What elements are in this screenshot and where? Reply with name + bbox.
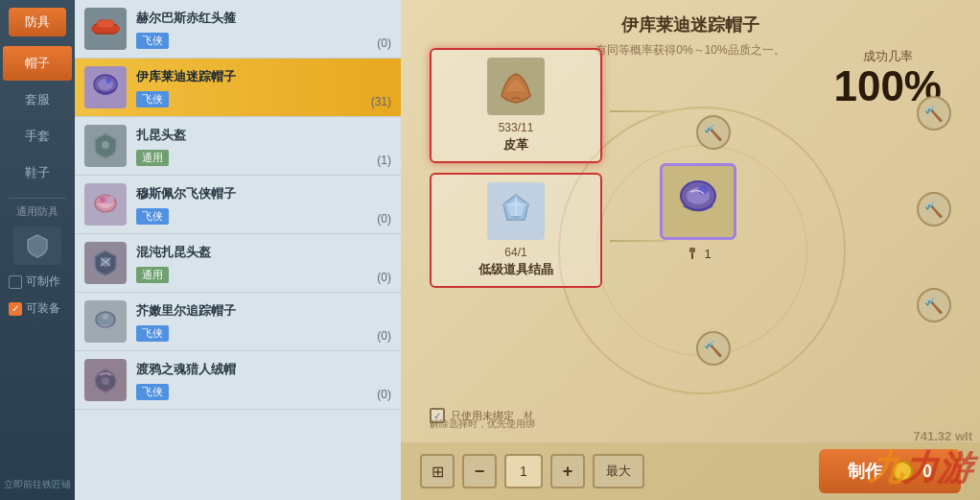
item-count: (0) (377, 329, 391, 343)
svg-rect-23 (689, 248, 695, 252)
item-info: 芥嫩里尔追踪帽子 飞侠 (136, 302, 391, 342)
item-info: 混沌扎昆头盔 通用 (136, 244, 391, 283)
item-tag: 飞侠 (136, 325, 169, 342)
ingredient-name: 皮革 (503, 136, 528, 154)
ingredient-progress: 64/1 (504, 246, 526, 259)
svg-point-9 (100, 197, 105, 202)
right-mid-hammer-button[interactable]: 🔨 (917, 192, 951, 226)
list-item[interactable]: 混沌扎昆头盔 通用 (0) (75, 234, 401, 293)
svg-point-13 (103, 314, 108, 320)
item-name: 穆斯佩尔飞侠帽子 (136, 185, 391, 202)
craftable-filter[interactable]: 可制作 (3, 270, 72, 294)
craftable-checkbox[interactable] (9, 275, 22, 289)
item-name: 渡鸦之魂猎人绒帽 (136, 361, 391, 378)
sidebar: 防具 帽子 套服 手套 鞋子 通用防具 可制作 ✓ 可装备 立即前往铁匠铺 (0, 0, 75, 500)
item-tag: 飞侠 (136, 384, 169, 400)
craft-item-title: 伊库莱迪迷踪帽子 (401, 0, 980, 36)
item-tag: 飞侠 (136, 33, 169, 49)
list-item[interactable]: 芥嫩里尔追踪帽子 飞侠 (0) (75, 293, 401, 351)
right-bottom-hammer-button[interactable]: 🔨 (917, 288, 951, 322)
item-name: 芥嫩里尔追踪帽子 (136, 302, 391, 320)
item-list-panel: 赫尔巴斯赤红头箍 飞侠 (0) 伊库莱迪迷踪帽子 飞侠 (31) (75, 0, 401, 500)
item-icon (84, 183, 127, 226)
list-item[interactable]: 伊库莱迪迷踪帽子 飞侠 (31) (75, 59, 401, 117)
craft-panel: 伊库莱迪迷踪帽子 有同等概率获得0%～10%品质之一。 成功几率 100% 53… (401, 0, 980, 500)
watermark-number: 741.32 wIt (914, 429, 972, 443)
list-item[interactable]: 穆斯佩尔飞侠帽子 飞侠 (0) (75, 176, 401, 234)
item-icon (84, 300, 127, 343)
leather-icon (487, 58, 545, 115)
item-name: 扎昆头盔 (136, 127, 391, 144)
item-info: 扎昆头盔 通用 (136, 127, 391, 166)
svg-rect-24 (691, 252, 693, 259)
item-count: (31) (371, 95, 391, 108)
item-name: 混沌扎昆头盔 (136, 244, 391, 261)
item-icon (84, 359, 127, 401)
sidebar-item-suit[interactable]: 套服 (3, 83, 72, 117)
item-info: 赫尔巴斯赤红头箍 飞侠 (136, 10, 391, 49)
item-count: (0) (377, 212, 391, 226)
ingredient-crystal: 64/1 低级道具结晶 (430, 173, 602, 288)
crystal-icon (487, 182, 545, 240)
item-tag: 通用 (136, 150, 169, 166)
max-quantity-button[interactable]: 最大 (593, 454, 644, 488)
quantity-plus-button[interactable]: + (550, 454, 585, 488)
item-tag: 通用 (136, 267, 169, 283)
craft-result-area: 1 (660, 163, 736, 261)
item-name: 赫尔巴斯赤红头箍 (136, 10, 391, 27)
item-name: 伊库莱迪迷踪帽子 (136, 68, 391, 85)
svg-point-6 (105, 78, 111, 83)
craft-result-count: 1 (704, 247, 711, 261)
item-icon (84, 8, 127, 50)
bottom-hammer-button[interactable]: 🔨 (696, 331, 731, 366)
connector-line-1 (610, 110, 667, 112)
quantity-minus-button[interactable]: − (462, 454, 497, 488)
svg-rect-3 (114, 26, 120, 32)
item-count: (0) (377, 271, 391, 284)
watermark: 741.32 wIt 九力游 (750, 394, 980, 500)
general-armor-label: 通用防具 (16, 204, 58, 219)
item-info: 伊库莱迪迷踪帽子 飞侠 (136, 68, 391, 107)
svg-point-7 (102, 141, 109, 149)
item-icon (84, 66, 127, 108)
sidebar-item-hat[interactable]: 帽子 (3, 46, 72, 81)
item-icon (84, 242, 127, 284)
connector-line-2 (610, 240, 667, 242)
sidebar-item-shoe[interactable]: 鞋子 (3, 155, 72, 190)
craft-result-meta: 1 (685, 246, 711, 261)
item-info: 穆斯佩尔飞侠帽子 飞侠 (136, 185, 391, 225)
goto-smith-button[interactable]: 立即前往铁匠铺 (4, 478, 71, 490)
general-armor-icon (13, 226, 61, 265)
list-item[interactable]: 渡鸦之魂猎人绒帽 飞侠 (0) (75, 351, 401, 410)
item-icon (84, 125, 127, 167)
craft-result-box (660, 163, 736, 240)
hammer-mini-icon (685, 246, 700, 261)
right-top-hammer-button[interactable]: 🔨 (917, 96, 951, 131)
item-count: (0) (377, 36, 391, 50)
ingredient-leather: 533/11 皮革 (430, 48, 602, 163)
sidebar-item-glove[interactable]: 手套 (3, 119, 72, 154)
ingredient-name: 低级道具结晶 (478, 261, 553, 278)
svg-rect-2 (91, 26, 97, 32)
svg-rect-1 (97, 20, 114, 28)
quantity-display: 1 (504, 454, 543, 488)
item-tag: 飞侠 (136, 91, 169, 107)
ingredients-area: 533/11 皮革 64/1 低级道具结晶 (430, 48, 621, 288)
grid-view-button[interactable]: ⊞ (420, 454, 455, 488)
list-item[interactable]: 扎昆头盔 通用 (1) (75, 117, 401, 176)
equippable-filter[interactable]: ✓ 可装备 (3, 297, 72, 321)
equippable-checkbox[interactable]: ✓ (9, 302, 22, 316)
list-item[interactable]: 赫尔巴斯赤红头箍 飞侠 (0) (75, 0, 401, 59)
watermark-brand: 九力游 (867, 445, 974, 492)
item-count: (1) (377, 154, 391, 167)
armor-category-button[interactable]: 防具 (9, 8, 66, 36)
sidebar-divider (9, 198, 66, 199)
svg-point-14 (102, 377, 109, 385)
item-info: 渡鸦之魂猎人绒帽 飞侠 (136, 361, 391, 400)
item-count: (0) (377, 388, 391, 401)
ingredient-progress: 533/11 (499, 121, 534, 134)
top-hammer-button[interactable]: 🔨 (696, 115, 731, 150)
unbind-sublabel-full: 解除选择时，优先使用绑 (430, 417, 535, 431)
item-tag: 飞侠 (136, 208, 169, 225)
